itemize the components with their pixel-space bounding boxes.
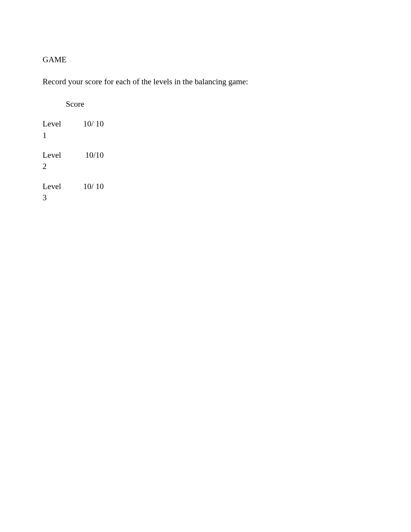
score-table: Score Level 1 10/ 10 Level 2 10/10 Level… <box>43 99 104 212</box>
empty-header-cell <box>43 99 66 118</box>
score-value: 10/ 10 <box>66 181 104 212</box>
instruction-text: Record your score for each of the levels… <box>43 76 368 87</box>
table-row: Level 3 10/ 10 <box>43 181 104 212</box>
score-value: 10/10 <box>66 150 104 181</box>
score-value: 10/ 10 <box>66 118 104 150</box>
level-label: Level 2 <box>43 150 66 181</box>
table-row: Level 1 10/ 10 <box>43 118 104 150</box>
score-header-row: Score <box>43 99 104 118</box>
table-row: Level 2 10/10 <box>43 150 104 181</box>
section-heading: GAME <box>43 54 368 65</box>
level-label: Level 1 <box>43 118 66 150</box>
score-column-header: Score <box>66 99 104 118</box>
level-label: Level 3 <box>43 181 66 212</box>
